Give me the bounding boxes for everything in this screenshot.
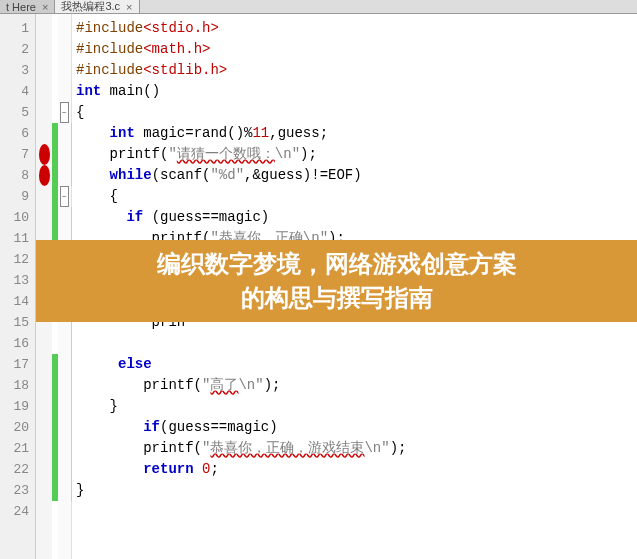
breakpoint-slot[interactable] bbox=[36, 354, 52, 375]
close-icon[interactable]: × bbox=[126, 1, 132, 13]
fold-slot[interactable]: − bbox=[58, 102, 71, 123]
breakpoint-slot[interactable] bbox=[36, 333, 52, 354]
breakpoint-slot[interactable] bbox=[36, 396, 52, 417]
breakpoint-slot[interactable] bbox=[36, 144, 52, 165]
breakpoint-slot[interactable] bbox=[36, 165, 52, 186]
breakpoint-slot[interactable] bbox=[36, 417, 52, 438]
fold-slot[interactable] bbox=[58, 60, 71, 81]
line-number: 23 bbox=[0, 480, 35, 501]
fold-slot[interactable] bbox=[58, 39, 71, 60]
breakpoint-slot[interactable] bbox=[36, 438, 52, 459]
line-number: 17 bbox=[0, 354, 35, 375]
line-number: 1 bbox=[0, 18, 35, 39]
fold-slot[interactable] bbox=[58, 480, 71, 501]
fold-slot[interactable] bbox=[58, 144, 71, 165]
tab-inactive[interactable]: t Here × bbox=[0, 0, 55, 13]
fold-slot[interactable] bbox=[58, 81, 71, 102]
code-line[interactable]: else bbox=[76, 354, 637, 375]
breakpoint-icon[interactable] bbox=[39, 144, 50, 165]
fold-collapse-icon[interactable]: − bbox=[60, 186, 69, 207]
tab-label: t Here bbox=[6, 1, 36, 13]
breakpoint-slot[interactable] bbox=[36, 480, 52, 501]
line-number: 22 bbox=[0, 459, 35, 480]
code-line[interactable]: while(scanf("%d",&guess)!=EOF) bbox=[76, 165, 637, 186]
tab-label: 我热编程3.c bbox=[61, 0, 120, 14]
code-line[interactable]: return 0; bbox=[76, 459, 637, 480]
fold-slot[interactable] bbox=[58, 438, 71, 459]
fold-slot[interactable] bbox=[58, 333, 71, 354]
fold-slot[interactable] bbox=[58, 375, 71, 396]
fold-slot[interactable] bbox=[58, 354, 71, 375]
breakpoint-slot[interactable] bbox=[36, 207, 52, 228]
line-number: 18 bbox=[0, 375, 35, 396]
code-line[interactable]: #include<stdio.h> bbox=[76, 18, 637, 39]
line-number-gutter: 123456789101112131415161718192021222324 bbox=[0, 14, 36, 559]
line-number: 6 bbox=[0, 123, 35, 144]
breakpoint-slot[interactable] bbox=[36, 18, 52, 39]
line-number: 2 bbox=[0, 39, 35, 60]
line-number: 13 bbox=[0, 270, 35, 291]
code-line[interactable]: { bbox=[76, 102, 637, 123]
code-line[interactable]: printf("恭喜你，正确，游戏结束\n"); bbox=[76, 438, 637, 459]
line-number: 21 bbox=[0, 438, 35, 459]
tab-active[interactable]: 我热编程3.c × bbox=[55, 0, 139, 13]
code-line[interactable]: #include<stdlib.h> bbox=[76, 60, 637, 81]
breakpoint-slot[interactable] bbox=[36, 39, 52, 60]
line-number: 10 bbox=[0, 207, 35, 228]
code-line[interactable]: } bbox=[76, 480, 637, 501]
breakpoint-icon[interactable] bbox=[39, 165, 50, 186]
code-line[interactable] bbox=[76, 333, 637, 354]
tab-bar: t Here × 我热编程3.c × bbox=[0, 0, 637, 14]
fold-collapse-icon[interactable]: − bbox=[60, 102, 69, 123]
code-line[interactable]: #include<math.h> bbox=[76, 39, 637, 60]
fold-slot[interactable] bbox=[58, 165, 71, 186]
code-line[interactable]: int main() bbox=[76, 81, 637, 102]
line-number: 19 bbox=[0, 396, 35, 417]
overlay-line2: 的构思与撰写指南 bbox=[157, 281, 517, 315]
line-number: 14 bbox=[0, 291, 35, 312]
line-number: 24 bbox=[0, 501, 35, 522]
fold-slot[interactable] bbox=[58, 396, 71, 417]
close-icon[interactable]: × bbox=[42, 1, 48, 13]
overlay-banner: 编织数字梦境，网络游戏创意方案 的构思与撰写指南 bbox=[36, 240, 637, 322]
breakpoint-slot[interactable] bbox=[36, 60, 52, 81]
code-line[interactable]: if(guess==magic) bbox=[76, 417, 637, 438]
code-line[interactable] bbox=[76, 501, 637, 522]
breakpoint-slot[interactable] bbox=[36, 123, 52, 144]
fold-slot[interactable] bbox=[58, 459, 71, 480]
fold-slot[interactable] bbox=[58, 501, 71, 522]
fold-slot[interactable] bbox=[58, 123, 71, 144]
fold-slot[interactable] bbox=[58, 18, 71, 39]
line-number: 9 bbox=[0, 186, 35, 207]
breakpoint-slot[interactable] bbox=[36, 501, 52, 522]
line-number: 7 bbox=[0, 144, 35, 165]
line-number: 4 bbox=[0, 81, 35, 102]
fold-slot[interactable] bbox=[58, 417, 71, 438]
overlay-line1: 编织数字梦境，网络游戏创意方案 bbox=[157, 247, 517, 281]
breakpoint-slot[interactable] bbox=[36, 81, 52, 102]
breakpoint-slot[interactable] bbox=[36, 186, 52, 207]
code-line[interactable]: } bbox=[76, 396, 637, 417]
breakpoint-slot[interactable] bbox=[36, 102, 52, 123]
fold-slot[interactable] bbox=[58, 207, 71, 228]
breakpoint-slot[interactable] bbox=[36, 375, 52, 396]
code-line[interactable]: printf("请猜一个数哦：\n"); bbox=[76, 144, 637, 165]
fold-slot[interactable]: − bbox=[58, 186, 71, 207]
line-number: 15 bbox=[0, 312, 35, 333]
line-number: 20 bbox=[0, 417, 35, 438]
line-number: 12 bbox=[0, 249, 35, 270]
code-line[interactable]: if (guess==magic) bbox=[76, 207, 637, 228]
code-line[interactable]: int magic=rand()%11,guess; bbox=[76, 123, 637, 144]
code-line[interactable]: { bbox=[76, 186, 637, 207]
breakpoint-slot[interactable] bbox=[36, 459, 52, 480]
line-number: 16 bbox=[0, 333, 35, 354]
line-number: 11 bbox=[0, 228, 35, 249]
line-number: 8 bbox=[0, 165, 35, 186]
code-line[interactable]: printf("高了\n"); bbox=[76, 375, 637, 396]
line-number: 5 bbox=[0, 102, 35, 123]
line-number: 3 bbox=[0, 60, 35, 81]
